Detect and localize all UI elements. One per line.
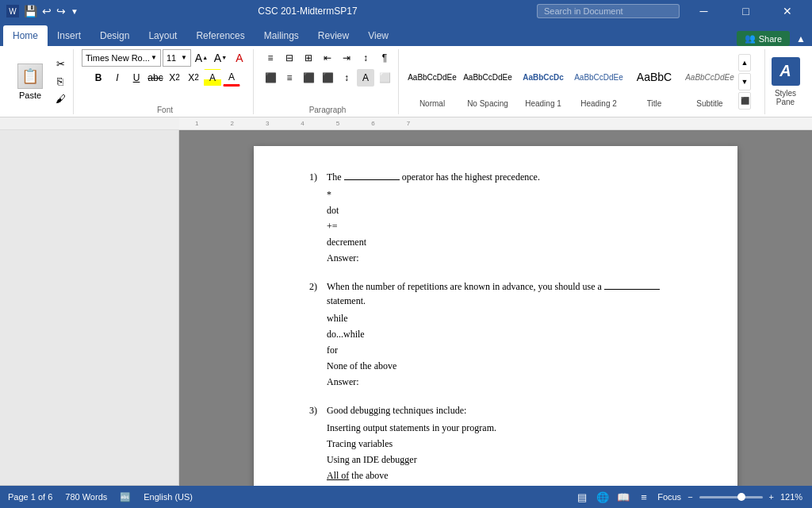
align-left-button[interactable]: ⬛	[262, 69, 279, 87]
sort-button[interactable]: ↕	[357, 49, 374, 67]
navigation-panel	[0, 130, 179, 486]
print-layout-icon[interactable]: ▤	[575, 490, 589, 504]
main-area: 1) The operator has the highest preceden…	[0, 130, 812, 486]
zoom-level[interactable]: 121%	[780, 492, 804, 502]
multilevel-list-button[interactable]: ⊞	[300, 49, 317, 67]
decrease-indent-button[interactable]: ⇤	[319, 49, 336, 67]
copy-icon[interactable]: ⎘	[52, 74, 68, 90]
minimize-button[interactable]: ─	[686, 0, 722, 22]
tab-mailings[interactable]: Mailings	[255, 25, 308, 46]
styles-pane-button[interactable]: A StylesPane	[764, 49, 806, 114]
tab-review[interactable]: Review	[308, 25, 358, 46]
line-spacing-button[interactable]: ↕	[338, 69, 355, 87]
title-bar-left: W 💾 ↩ ↪ ▼	[6, 5, 79, 17]
style-scroll-up[interactable]: ▲	[738, 54, 751, 71]
font-name-dropdown[interactable]: Times New Ro... ▼	[82, 49, 161, 67]
tab-view[interactable]: View	[358, 25, 398, 46]
web-layout-icon[interactable]: 🌐	[596, 490, 610, 504]
align-right-button[interactable]: ⬛	[300, 69, 317, 87]
document: 1) The operator has the highest preceden…	[254, 146, 737, 486]
numbering-button[interactable]: ⊟	[281, 49, 298, 67]
subscript-button[interactable]: X2	[166, 69, 183, 87]
quick-access-save[interactable]: 💾	[24, 5, 37, 17]
style-normal[interactable]: AaBbCcDdEe Normal	[405, 52, 459, 112]
language[interactable]: English (US)	[144, 492, 193, 502]
tab-layout[interactable]: Layout	[139, 25, 186, 46]
style-heading2[interactable]: AaBbCcDdEe Heading 2	[572, 52, 626, 112]
zoom-in-icon[interactable]: +	[769, 492, 774, 502]
q3-opt2: Tracing variables	[327, 437, 690, 451]
quick-access-more[interactable]: ▼	[71, 7, 79, 16]
font-section: Times New Ro... ▼ 11 ▼ A▲ A▼ A B I U abc…	[77, 49, 254, 114]
decrease-font-size-button[interactable]: A▼	[212, 49, 229, 67]
app-icon: W	[6, 5, 19, 17]
q2-blank	[604, 289, 660, 290]
style-scroll-down[interactable]: ▼	[738, 73, 751, 90]
superscript-button[interactable]: X2	[185, 69, 202, 87]
tab-insert[interactable]: Insert	[48, 25, 90, 46]
zoom-slider[interactable]	[699, 496, 763, 498]
q2-opt3: for	[327, 343, 690, 357]
style-no-spacing[interactable]: AaBbCcDdEe No Spacing	[461, 52, 515, 112]
font-size-dropdown[interactable]: 11 ▼	[163, 49, 191, 67]
style-heading1[interactable]: AaBbCcDc Heading 1	[516, 52, 570, 112]
title-bar-right: ─ □ ✕	[537, 0, 806, 22]
font-color-button[interactable]: A	[223, 69, 240, 87]
quick-access-redo[interactable]: ↪	[56, 5, 66, 17]
paragraph-section-label: Paragraph	[309, 102, 347, 114]
increase-font-size-button[interactable]: A▲	[193, 49, 210, 67]
bold-button[interactable]: B	[90, 69, 107, 87]
proofing-icon[interactable]: 🔤	[120, 492, 131, 502]
q2-text: When the number of repetitions are known…	[327, 279, 690, 308]
document-area[interactable]: 1) The operator has the highest preceden…	[179, 130, 812, 486]
status-bar: Page 1 of 6 780 Words 🔤 English (US) ▤ 🌐…	[0, 486, 812, 508]
read-mode-icon[interactable]: 📖	[616, 490, 630, 504]
tab-design[interactable]: Design	[90, 25, 139, 46]
text-highlight-button[interactable]: A	[204, 69, 221, 87]
align-center-button[interactable]: ≡	[281, 69, 298, 87]
focus-label[interactable]: Focus	[657, 492, 681, 502]
q2-answer-label: Answer:	[327, 375, 690, 389]
show-hide-button[interactable]: ¶	[376, 49, 393, 67]
italic-button[interactable]: I	[109, 69, 126, 87]
paste-button[interactable]: 📋 Paste	[11, 49, 49, 114]
bullets-button[interactable]: ≡	[262, 49, 279, 67]
share-button[interactable]: 👥 Share	[737, 31, 790, 46]
borders-button[interactable]: ⬜	[376, 69, 393, 87]
q1-text: The operator has the highest precedence.	[327, 170, 690, 184]
tab-home[interactable]: Home	[3, 25, 48, 46]
strikethrough-button[interactable]: abc	[147, 69, 164, 87]
zoom-out-icon[interactable]: −	[688, 492, 692, 502]
increase-indent-button[interactable]: ⇥	[338, 49, 355, 67]
quick-access-undo[interactable]: ↩	[42, 5, 52, 17]
underline-button[interactable]: U	[128, 69, 145, 87]
style-subtitle[interactable]: AaBbCcDdEe Subtitle	[683, 52, 737, 112]
outline-icon[interactable]: ≡	[637, 490, 651, 504]
q3-opt3: Using an IDE debugger	[327, 452, 690, 467]
style-expand[interactable]: ⬛	[738, 92, 751, 110]
tab-right: 👥 Share ▲	[737, 31, 812, 46]
styles-pane-label: StylesPane	[775, 89, 796, 106]
status-left: Page 1 of 6 780 Words 🔤 English (US)	[8, 492, 193, 502]
close-button[interactable]: ✕	[770, 0, 806, 22]
styles-section: AaBbCcDdEe Normal AaBbCcDdEe No Spacing …	[402, 49, 761, 114]
clear-formatting-button[interactable]: A	[231, 49, 248, 67]
q1-opt4: decrement	[327, 235, 690, 249]
q1-opt2: dot	[327, 203, 690, 217]
search-input[interactable]	[537, 4, 680, 18]
ribbon: 📋 Paste ✂ ⎘ 🖌 Times New Ro... ▼ 11 ▼ A▲ …	[0, 46, 812, 117]
q3-opt4: All of the above	[327, 468, 690, 483]
title-bar: W 💾 ↩ ↪ ▼ CSC 201-MidtermSP17 ─ □ ✕	[0, 0, 812, 22]
cut-icon[interactable]: ✂	[52, 56, 68, 72]
q1-options: * dot += decrement	[327, 187, 690, 249]
maximize-button[interactable]: □	[728, 0, 764, 22]
question-3: 3) Good debugging techniques include: In…	[301, 403, 690, 486]
collapse-ribbon-icon[interactable]: ▲	[796, 33, 806, 44]
q1-blank	[344, 179, 400, 180]
format-painter-icon[interactable]: 🖌	[52, 91, 68, 107]
justify-button[interactable]: ⬛	[319, 69, 336, 87]
shading-button[interactable]: A	[357, 69, 374, 87]
style-title[interactable]: AaBbC Title	[627, 52, 681, 112]
ribbon-tabs: Home Insert Design Layout References Mai…	[0, 22, 812, 46]
tab-references[interactable]: References	[186, 25, 254, 46]
